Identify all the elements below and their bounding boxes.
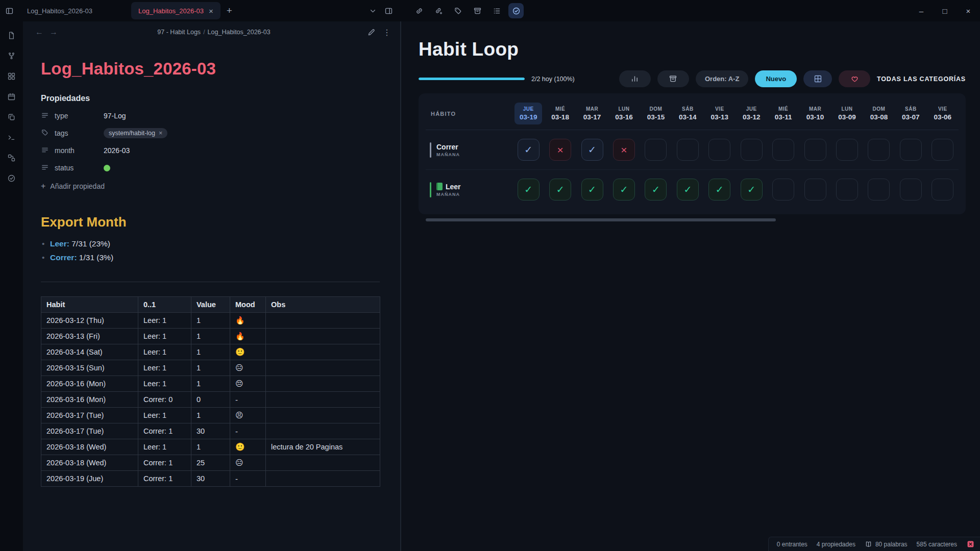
date-header: DOM03-08 [863, 97, 895, 130]
property-label[interactable]: month [55, 146, 104, 155]
ribbon-terminal-icon[interactable] [4, 130, 19, 145]
habit-empty-cell[interactable] [900, 179, 922, 201]
tab-inactive[interactable]: Log_Habitos_2026-03 [20, 2, 131, 19]
maximize-button[interactable]: □ [933, 0, 957, 21]
add-property-button[interactable]: + Añadir propiedad [41, 182, 380, 191]
split-right-toggle-icon[interactable] [384, 7, 393, 15]
habit-empty-cell[interactable] [836, 139, 858, 161]
breadcrumb-parent[interactable]: 97 - Habit Logs [157, 29, 201, 36]
tag-icon[interactable] [450, 3, 465, 18]
habit-empty-cell[interactable] [708, 139, 730, 161]
view-actions [400, 3, 524, 18]
habit-check-cell[interactable]: ✓ [708, 179, 730, 201]
property-label[interactable]: type [55, 112, 104, 120]
habit-check-cell[interactable]: ✓ [741, 179, 763, 201]
habit-link[interactable]: Correr: [50, 253, 77, 262]
ribbon-calendar-icon[interactable] [4, 89, 19, 104]
habit-missed-cell[interactable]: × [549, 139, 571, 161]
habit-empty-cell[interactable] [677, 139, 699, 161]
table-row: 2026-03-15 (Sun)Leer: 11😑 [41, 360, 380, 376]
ribbon-check-circle-icon[interactable] [4, 170, 19, 186]
new-button[interactable]: Nuevo [755, 70, 797, 87]
sync-error-icon[interactable] [966, 540, 975, 548]
back-icon[interactable]: ← [32, 28, 46, 37]
edit-mode-icon[interactable] [367, 28, 376, 37]
tag-pill[interactable]: system/habit-log× [104, 128, 167, 138]
date-header-inner: MIÉ03-18 [546, 103, 574, 124]
ribbon-layout-grid-icon[interactable] [4, 68, 19, 84]
habit-empty-cell[interactable] [868, 139, 890, 161]
habit-day-cell [895, 130, 926, 170]
property-label[interactable]: tags [55, 129, 104, 137]
breadcrumb-current[interactable]: Log_Habitos_2026-03 [208, 29, 271, 36]
habit-empty-cell[interactable] [804, 179, 826, 201]
note-title[interactable]: Log_Habitos_2026-03 [41, 59, 380, 79]
left-sidebar-toggle-icon[interactable] [5, 7, 14, 15]
habit-check-cell[interactable]: ✓ [518, 179, 540, 201]
ribbon-file-icon[interactable] [4, 28, 19, 43]
forward-icon[interactable]: → [46, 28, 61, 37]
minimize-button[interactable]: – [910, 0, 933, 21]
status-label: 80 palabras [875, 541, 908, 548]
status-dot[interactable] [104, 165, 110, 171]
more-options-icon[interactable]: ⋮ [383, 28, 391, 37]
ribbon-copy-icon[interactable] [4, 109, 19, 124]
property-label[interactable]: status [55, 164, 104, 172]
log-cell: 1 [191, 408, 230, 423]
habit-check-cell[interactable]: ✓ [581, 139, 603, 161]
close-button[interactable]: × [957, 0, 980, 21]
date-header: MAR03-10 [799, 97, 831, 130]
habit-empty-cell[interactable] [900, 139, 922, 161]
habit-day-cell [863, 170, 895, 209]
habit-empty-cell[interactable] [804, 139, 826, 161]
habit-empty-cell[interactable] [772, 139, 794, 161]
link-icon[interactable] [411, 3, 427, 18]
table-row: 2026-03-19 (Jue)Correr: 130- [41, 471, 380, 487]
habit-check-cell[interactable]: ✓ [549, 179, 571, 201]
habit-check-cell[interactable]: ✓ [581, 179, 603, 201]
habit-column-header: HÁBITO [426, 97, 512, 130]
habit-empty-cell[interactable] [836, 179, 858, 201]
plus-icon: + [41, 182, 45, 191]
habit-day-cell [767, 130, 799, 170]
habit-empty-cell[interactable] [772, 179, 794, 201]
ribbon-git-fork-icon[interactable] [4, 48, 19, 63]
habit-empty-cell[interactable] [645, 139, 667, 161]
table-view-button[interactable] [803, 70, 832, 87]
habit-empty-cell[interactable] [932, 179, 953, 201]
tag-remove-icon[interactable]: × [159, 130, 162, 137]
habit-row-name[interactable]: LeerMAÑANA [426, 170, 512, 209]
categories-filter[interactable]: TODAS LAS CATEGORÍAS [877, 76, 966, 83]
horizontal-scrollbar[interactable] [426, 218, 776, 221]
archive-button[interactable] [657, 70, 689, 87]
habit-empty-cell[interactable] [868, 179, 890, 201]
habit-check-cell[interactable]: ✓ [677, 179, 699, 201]
tab-list-chevron-icon[interactable] [369, 7, 377, 15]
habit-day-cell [704, 130, 736, 170]
order-button[interactable]: Orden: A-Z [696, 70, 748, 87]
habit-missed-cell[interactable]: × [613, 139, 635, 161]
tab-close-icon[interactable]: × [209, 7, 213, 15]
archive-box-icon[interactable] [470, 3, 485, 18]
habit-empty-cell[interactable] [741, 139, 763, 161]
status-item: 4 propiedades [817, 541, 855, 548]
property-value[interactable]: 97-Log [104, 112, 126, 120]
favorites-button[interactable] [839, 70, 870, 87]
habit-check-cell[interactable]: ✓ [645, 179, 667, 201]
log-cell: - [230, 423, 266, 439]
habit-link[interactable]: Leer: [50, 239, 69, 248]
habit-row-name[interactable]: CorrerMAÑANA [426, 130, 512, 170]
tab-active[interactable]: Log_Habitos_2026-03× [131, 2, 220, 19]
property-value[interactable]: system/habit-log× [104, 128, 167, 138]
ribbon-workflow-icon[interactable] [4, 150, 19, 165]
habit-empty-cell[interactable] [932, 139, 953, 161]
checklist-icon[interactable] [489, 3, 504, 18]
stats-button[interactable] [619, 70, 651, 87]
property-value[interactable] [104, 165, 110, 171]
new-tab-button[interactable]: + [220, 5, 238, 16]
habit-check-cell[interactable]: ✓ [613, 179, 635, 201]
link-plus-icon[interactable] [431, 3, 446, 18]
check-circle-icon[interactable] [508, 3, 524, 18]
habit-check-cell[interactable]: ✓ [518, 139, 540, 161]
property-value[interactable]: 2026-03 [104, 146, 130, 155]
